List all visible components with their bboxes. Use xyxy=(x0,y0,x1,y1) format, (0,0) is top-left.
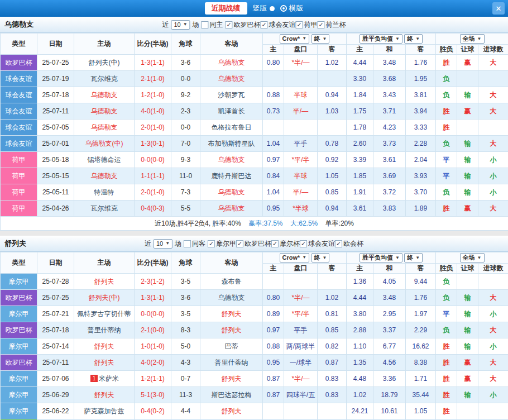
odds-home-cell: 0.88 xyxy=(263,87,284,103)
avg-select[interactable]: 胜平负均值 ▼ xyxy=(360,253,402,262)
fullmatch-select[interactable]: 全场 ▼ xyxy=(460,253,485,262)
away-team-cell: 舒列夫 xyxy=(200,371,263,387)
col-odds-home: 主 xyxy=(263,45,284,55)
goals-cell xyxy=(478,120,508,136)
avg-home-cell: 1.75 xyxy=(347,103,373,120)
avg-away-cell: 16.62 xyxy=(406,338,436,355)
dropdown-arrow-icon: ▼ xyxy=(477,256,482,260)
final-odds-select[interactable]: 终 ▼ xyxy=(311,253,330,262)
odds-away-cell xyxy=(318,403,347,419)
avg-draw-cell: 10.61 xyxy=(373,403,406,419)
result-cell: 胜 xyxy=(436,201,457,217)
league-filter-item[interactable]: ✓摩尔甲 xyxy=(208,239,236,249)
result-cell: 胜 xyxy=(436,103,457,120)
horizontal-layout-radio[interactable]: 横版 xyxy=(280,3,304,13)
dropdown-arrow-icon: ▼ xyxy=(183,22,188,27)
handicap-result-cell xyxy=(457,274,478,290)
handicap-result-cell: 赢 xyxy=(457,201,478,217)
league-checkbox-checked[interactable]: ✓ xyxy=(226,21,233,28)
bookmaker-select[interactable]: Crow* ▼ xyxy=(280,253,310,262)
score-cell: 2-0(1-0) xyxy=(135,120,171,136)
league-checkbox-checked[interactable]: ✓ xyxy=(208,240,215,247)
league-filter-item[interactable]: ✓欧罗巴杯 xyxy=(236,239,271,249)
avg-away-cell: 1.71 xyxy=(406,371,436,387)
result-cell: 胜 xyxy=(436,338,457,355)
league-filter-item[interactable]: ✓欧罗巴杯 xyxy=(226,20,261,30)
corners-cell: 9-3 xyxy=(171,152,200,168)
odds-away-cell: 0.85 xyxy=(318,184,347,201)
handicap-cell: 半/— xyxy=(284,103,318,120)
league-label: 欧罗巴杯 xyxy=(234,20,261,30)
col-goal-count: 进球数 xyxy=(478,45,508,55)
corners-cell: 5-5 xyxy=(171,201,200,217)
away-team-cell: 乌德勒支 xyxy=(200,71,263,87)
dropdown-arrow-icon: ▼ xyxy=(302,36,306,41)
handicap-result-cell: 输 xyxy=(457,290,478,306)
odds-away-cell xyxy=(318,274,347,290)
avg-select[interactable]: 胜平负均值 ▼ xyxy=(360,34,402,44)
goals-cell: 大 xyxy=(478,103,508,120)
odds-away-cell: 0.92 xyxy=(318,152,347,168)
same-venue-filter[interactable]: 同客 xyxy=(184,239,205,249)
handicap-result-cell: 输 xyxy=(457,87,478,103)
avg-home-cell: 1.85 xyxy=(347,168,373,184)
match-row: 球会友谊25-07-18乌德勒支1-2(1-0)9-2沙朝罗瓦0.88半球0.9… xyxy=(1,87,508,103)
vertical-layout-radio[interactable]: 竖版 xyxy=(253,3,275,13)
same-venue-filter[interactable]: 同主 xyxy=(202,20,223,30)
avg-draw-cell: 4.56 xyxy=(373,355,406,371)
goals-cell xyxy=(478,274,508,290)
league-checkbox-checked[interactable]: ✓ xyxy=(261,21,268,28)
away-team-cell: 普里什蒂纳 xyxy=(200,355,263,371)
fullmatch-select[interactable]: 全场 ▼ xyxy=(460,34,485,44)
match-count-select[interactable]: 10 ▼ xyxy=(154,239,172,249)
corners-cell: 8-3 xyxy=(171,322,200,338)
league-checkbox-checked[interactable]: ✓ xyxy=(296,21,303,28)
close-button[interactable]: ✕ xyxy=(492,2,505,15)
away-team-cell: 沙朝罗瓦 xyxy=(200,87,263,103)
home-team-cell: 乌德勒支 xyxy=(74,87,135,103)
handicap-cell xyxy=(284,274,318,290)
odds-home-cell xyxy=(263,71,284,87)
col-avg-away: 客 xyxy=(406,264,436,274)
score-cell: 0-0(0-0) xyxy=(135,152,171,168)
league-filter-item[interactable]: ✓球会友谊 xyxy=(261,20,296,30)
handicap-cell: *半/— xyxy=(284,371,318,387)
unit-label: 场 xyxy=(175,239,181,249)
league-label: 摩尔杯 xyxy=(280,239,300,249)
odds-away-cell: 0.94 xyxy=(318,87,347,103)
home-team-cell: 1米萨米 xyxy=(74,371,135,387)
score-cell: 1-0(1-0) xyxy=(135,338,171,355)
league-checkbox-checked[interactable]: ✓ xyxy=(335,240,342,247)
same-venue-checkbox[interactable] xyxy=(202,21,209,28)
league-checkbox-checked[interactable]: ✓ xyxy=(318,21,325,28)
result-cell: 负 xyxy=(436,87,457,103)
dropdown-arrow-icon: ▼ xyxy=(323,37,327,41)
league-filter-item[interactable]: ✓球会友谊 xyxy=(300,239,335,249)
final-odds-select[interactable]: 终 ▼ xyxy=(311,34,330,44)
handicap-cell: 平手 xyxy=(284,136,318,152)
odds-group-header: Crow* ▼ 终 ▼ xyxy=(263,252,347,264)
odds-away-cell: 1.05 xyxy=(318,168,347,184)
final-avg-select[interactable]: 终 ▼ xyxy=(404,34,423,44)
avg-draw-cell: 3.37 xyxy=(373,322,406,338)
match-count-select[interactable]: 10 ▼ xyxy=(171,20,190,30)
league-checkbox-checked[interactable]: ✓ xyxy=(300,240,307,247)
section-header-sheriff: 舒列夫 近 10 ▼ 场 同客 ✓摩尔甲✓欧罗巴杯✓摩尔杯✓球会友谊✓欧会杯 xyxy=(0,236,508,252)
away-team-cell: 凯泽首长 xyxy=(200,103,263,120)
summary-overall: 近10场,胜4平2负4, 胜率:40% xyxy=(155,219,241,227)
final-avg-select[interactable]: 终 ▼ xyxy=(404,253,423,262)
handicap-result-cell: 赢 xyxy=(457,103,478,120)
col-home: 主场 xyxy=(74,34,135,55)
corners-cell: 4-4 xyxy=(171,403,200,419)
league-filter-item[interactable]: ✓荷甲 xyxy=(296,20,318,30)
col-corner: 角球 xyxy=(171,34,200,55)
league-filter-item[interactable]: ✓荷兰杯 xyxy=(318,20,346,30)
league-checkbox-checked[interactable]: ✓ xyxy=(271,240,279,247)
odds-away-cell: 0.87 xyxy=(318,355,347,371)
avg-home-cell: 24.21 xyxy=(347,403,373,419)
bookmaker-select[interactable]: Crow* ▼ xyxy=(280,34,310,44)
league-checkbox-checked[interactable]: ✓ xyxy=(236,240,243,247)
league-filter-item[interactable]: ✓摩尔杯 xyxy=(271,239,300,249)
same-venue-checkbox[interactable] xyxy=(184,240,191,247)
league-filter-item[interactable]: ✓欧会杯 xyxy=(335,239,363,249)
